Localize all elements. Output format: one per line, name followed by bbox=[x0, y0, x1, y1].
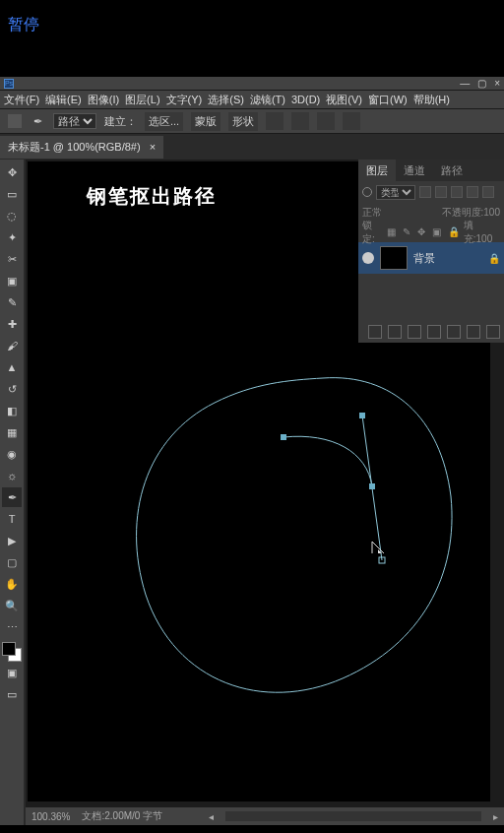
filter-shape-icon[interactable] bbox=[467, 186, 478, 198]
stamp-tool[interactable]: ▲ bbox=[2, 357, 22, 377]
layer-effects-icon[interactable] bbox=[388, 325, 402, 339]
pen-tool-icon[interactable]: ✒ bbox=[30, 113, 45, 129]
options-bar: ✒ 路径 建立： 选区... 蒙版 形状 bbox=[0, 108, 504, 134]
dodge-tool[interactable]: ☼ bbox=[2, 466, 22, 485]
menu-window[interactable]: 窗口(W) bbox=[368, 93, 408, 107]
make-selection-button[interactable]: 选区... bbox=[145, 112, 183, 131]
visibility-toggle-icon[interactable] bbox=[362, 252, 374, 264]
maximize-button[interactable]: ▢ bbox=[477, 78, 486, 89]
close-button[interactable]: × bbox=[494, 78, 500, 89]
make-shape-button[interactable]: 形状 bbox=[228, 112, 258, 131]
healing-tool[interactable]: ✚ bbox=[2, 314, 22, 334]
mode-dropdown[interactable]: 路径 bbox=[53, 113, 96, 129]
document-tab[interactable]: 未标题-1 @ 100%(RGB/8#) × bbox=[0, 136, 163, 159]
panel-tabs: 图层 通道 路径 bbox=[358, 160, 504, 181]
crop-tool[interactable]: ✂ bbox=[2, 249, 22, 269]
menu-image[interactable]: 图像(I) bbox=[88, 93, 119, 107]
minimize-button[interactable]: — bbox=[460, 78, 470, 89]
delete-layer-icon[interactable] bbox=[486, 325, 500, 339]
eyedropper-tool[interactable]: ✎ bbox=[2, 292, 22, 312]
menu-edit[interactable]: 编辑(E) bbox=[45, 93, 82, 107]
fill-control[interactable]: 填充:100 bbox=[464, 219, 500, 246]
document-info[interactable]: 文档:2.00M/0 字节 bbox=[82, 809, 162, 823]
home-icon[interactable] bbox=[8, 114, 22, 128]
horizontal-scrollbar[interactable] bbox=[225, 811, 481, 821]
filter-pixel-icon[interactable] bbox=[419, 186, 431, 198]
quick-select-tool[interactable]: ✦ bbox=[2, 227, 22, 247]
gradient-tool[interactable]: ▦ bbox=[2, 422, 22, 442]
layer-list: 背景 🔒 bbox=[358, 242, 504, 321]
edit-toolbar[interactable]: ⋯ bbox=[2, 617, 22, 637]
toolbox: ✥ ▭ ◌ ✦ ✂ ▣ ✎ ✚ 🖌 ▲ ↺ ◧ ▦ ◉ ☼ ✒ T ▶ ▢ ✋ … bbox=[0, 160, 24, 825]
zoom-tool[interactable]: 🔍 bbox=[2, 596, 22, 615]
pen-tool[interactable]: ✒ bbox=[2, 487, 22, 507]
shape-tool[interactable]: ▢ bbox=[2, 552, 22, 572]
blend-mode-dropdown[interactable]: 正常 bbox=[362, 206, 382, 220]
layer-filter-bar: 类型 bbox=[358, 181, 504, 203]
pause-overlay: 暂停 bbox=[8, 15, 39, 35]
menu-help[interactable]: 帮助(H) bbox=[413, 93, 450, 107]
hand-tool[interactable]: ✋ bbox=[2, 574, 22, 594]
lock-artboard-icon[interactable]: ▣ bbox=[432, 226, 443, 238]
color-swatches[interactable] bbox=[2, 642, 22, 662]
lock-label: 锁定: bbox=[362, 219, 383, 246]
close-tab-icon[interactable]: × bbox=[150, 141, 156, 153]
frame-tool[interactable]: ▣ bbox=[2, 271, 22, 290]
svg-rect-1 bbox=[359, 413, 365, 418]
menu-select[interactable]: 选择(S) bbox=[208, 93, 244, 107]
svg-rect-3 bbox=[369, 483, 375, 489]
photoshop-window: Ps — ▢ × 文件(F) 编辑(E) 图像(I) 图层(L) 文字(Y) 选… bbox=[0, 77, 504, 825]
filter-smart-icon[interactable] bbox=[482, 186, 494, 198]
svg-rect-2 bbox=[281, 434, 286, 440]
layer-mask-icon[interactable] bbox=[408, 325, 421, 339]
gear-icon[interactable] bbox=[343, 112, 360, 130]
tab-paths[interactable]: 路径 bbox=[433, 160, 471, 181]
app-logo: Ps bbox=[4, 79, 14, 89]
menu-filter[interactable]: 滤镜(T) bbox=[250, 93, 285, 107]
path-arrangement-icon[interactable] bbox=[317, 112, 335, 130]
adjustment-layer-icon[interactable] bbox=[427, 325, 441, 339]
tab-channels[interactable]: 通道 bbox=[396, 160, 433, 181]
foreground-color[interactable] bbox=[2, 642, 16, 656]
search-icon[interactable] bbox=[362, 187, 372, 197]
menu-view[interactable]: 视图(V) bbox=[326, 93, 362, 107]
brush-tool[interactable]: 🖌 bbox=[2, 336, 22, 355]
make-mask-button[interactable]: 蒙版 bbox=[191, 112, 220, 131]
menu-type[interactable]: 文字(Y) bbox=[166, 93, 203, 107]
path-select-tool[interactable]: ▶ bbox=[2, 531, 22, 550]
type-tool[interactable]: T bbox=[2, 509, 22, 529]
layer-name[interactable]: 背景 bbox=[413, 251, 482, 266]
move-tool[interactable]: ✥ bbox=[2, 162, 22, 182]
lock-transparency-icon[interactable]: ▦ bbox=[387, 226, 398, 238]
lock-position-icon[interactable]: ✥ bbox=[417, 226, 428, 238]
link-layers-icon[interactable] bbox=[368, 325, 382, 339]
path-alignment-icon[interactable] bbox=[291, 112, 309, 130]
lock-all-icon[interactable]: 🔒 bbox=[448, 226, 460, 238]
path-operations-icon[interactable] bbox=[266, 112, 284, 130]
opacity-control[interactable]: 不透明度:100 bbox=[442, 206, 500, 220]
quick-mask-toggle[interactable]: ▣ bbox=[2, 663, 22, 682]
layer-thumbnail[interactable] bbox=[380, 246, 408, 270]
menu-layer[interactable]: 图层(L) bbox=[125, 93, 159, 107]
filter-adjust-icon[interactable] bbox=[435, 186, 447, 198]
title-bar: Ps — ▢ × bbox=[0, 77, 504, 91]
layer-row[interactable]: 背景 🔒 bbox=[358, 242, 504, 274]
menu-file[interactable]: 文件(F) bbox=[4, 93, 39, 107]
group-icon[interactable] bbox=[447, 325, 461, 339]
lock-paint-icon[interactable]: ✎ bbox=[403, 226, 413, 238]
filter-type-dropdown[interactable]: 类型 bbox=[376, 185, 415, 200]
menu-3d[interactable]: 3D(D) bbox=[291, 94, 320, 105]
filter-type-icon[interactable] bbox=[451, 186, 463, 198]
lock-icon: 🔒 bbox=[488, 253, 500, 264]
screen-mode-toggle[interactable]: ▭ bbox=[2, 684, 22, 704]
new-layer-icon[interactable] bbox=[467, 325, 480, 339]
zoom-level[interactable]: 100.36% bbox=[32, 811, 70, 822]
history-brush-tool[interactable]: ↺ bbox=[2, 379, 22, 399]
tab-layers[interactable]: 图层 bbox=[358, 160, 396, 181]
marquee-tool[interactable]: ▭ bbox=[2, 184, 22, 204]
blur-tool[interactable]: ◉ bbox=[2, 444, 22, 464]
eraser-tool[interactable]: ◧ bbox=[2, 401, 22, 420]
scrollbar-right-icon[interactable]: ▸ bbox=[493, 811, 498, 822]
lasso-tool[interactable]: ◌ bbox=[2, 206, 22, 225]
scrollbar-left-icon[interactable]: ◂ bbox=[209, 811, 214, 822]
